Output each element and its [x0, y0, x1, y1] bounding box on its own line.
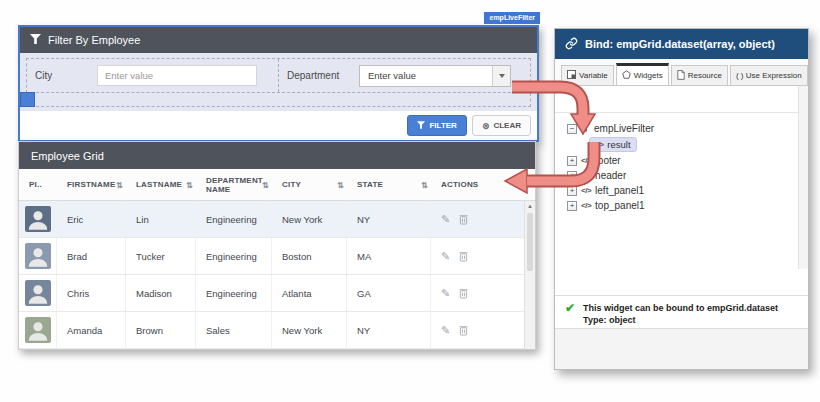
grid-title-bar: Employee Grid [19, 142, 535, 169]
grid-title: Employee Grid [31, 150, 104, 162]
cell-state: NY [347, 201, 431, 237]
tab-widgets[interactable]: Widgets [616, 63, 669, 85]
cell-lastname: Brown [126, 312, 196, 348]
avatar [25, 317, 51, 343]
col-state: STATE⇅ [347, 169, 431, 200]
city-input[interactable] [97, 65, 257, 86]
department-select[interactable]: Enter value [359, 65, 511, 87]
link-icon [565, 37, 578, 52]
filter-panel: Filter By Employee City Department Enter… [18, 25, 539, 142]
city-label: City [35, 70, 87, 81]
resource-icon [677, 70, 685, 82]
tree-node-result[interactable]: <> result [555, 136, 808, 153]
table-row[interactable]: Eric Lin Engineering New York NY ✎ [19, 201, 524, 238]
avatar [25, 206, 51, 232]
check-icon: ✔ [565, 302, 575, 329]
bind-info-line1: This widget can be bound to empGrid.data… [583, 302, 778, 314]
edit-icon[interactable]: ✎ [441, 324, 450, 337]
tree-node-footer[interactable]: + </> footer [555, 153, 808, 168]
col-lastname: LASTNAME⇅ [126, 169, 196, 200]
edit-icon[interactable]: ✎ [441, 213, 450, 226]
collapse-icon[interactable]: − [567, 124, 577, 134]
tab-resource[interactable]: Resource [671, 65, 728, 85]
edit-icon[interactable]: ✎ [441, 287, 450, 300]
tree-node-header[interactable]: + </> header [555, 168, 808, 183]
cell-state: NY [347, 312, 431, 348]
filter-funnel-icon [30, 34, 41, 46]
cell-city: New York [272, 201, 347, 237]
cell-department: Engineering [196, 238, 272, 274]
cell-state: GA [347, 275, 431, 311]
widget-name-badge: empLiveFilter [484, 12, 540, 24]
code-icon: </> [581, 201, 591, 210]
cell-department: Sales [196, 312, 272, 348]
filter-panel-header: Filter By Employee [20, 27, 537, 53]
bind-dialog-footer [555, 328, 808, 369]
tree-scrollbar[interactable] [798, 86, 808, 269]
drag-handle[interactable] [20, 92, 35, 107]
result-chip[interactable]: <> result [589, 137, 637, 152]
bind-info-message: ✔ This widget can be bound to empGrid.da… [555, 295, 808, 329]
cell-firstname: Eric [57, 201, 126, 237]
code-icon: <> [595, 140, 603, 149]
expand-icon[interactable]: + [567, 171, 577, 181]
filter-button[interactable]: FILTER [407, 115, 466, 136]
cell-lastname: Tucker [126, 238, 196, 274]
grid-column-header-row: PI.. FIRSTNAME⇅ LASTNAME⇅ DEPARTMENT NAM… [19, 169, 535, 201]
cell-lastname: Madison [126, 275, 196, 311]
clear-button-label: CLEAR [493, 121, 521, 130]
delete-icon[interactable] [459, 325, 468, 336]
cell-state: MA [347, 238, 431, 274]
filter-actions-bar: FILTER ⊗ CLEAR [20, 111, 537, 140]
expand-icon[interactable]: + [567, 201, 577, 211]
sort-icon[interactable]: ⇅ [421, 180, 428, 189]
department-field-group: Department Enter value [278, 59, 530, 92]
filter-button-label: FILTER [429, 121, 456, 130]
sort-icon[interactable]: ⇅ [116, 180, 123, 189]
col-firstname: FIRSTNAME⇅ [57, 169, 126, 200]
sort-icon[interactable]: ⇅ [186, 180, 193, 189]
code-icon: </> [581, 186, 591, 195]
code-icon: </> [581, 156, 591, 165]
tab-variable[interactable]: Variable [561, 65, 614, 85]
col-actions: ACTIONS [431, 169, 535, 200]
tree-node-emplivefilter[interactable]: − empLiveFilter [555, 121, 808, 136]
code-icon: </> [581, 171, 591, 180]
clear-button[interactable]: ⊗ CLEAR [472, 115, 531, 136]
tree-node-top-panel[interactable]: + </> top_panel1 [555, 198, 808, 213]
tab-use-expression[interactable]: ( ) Use Expression [730, 65, 808, 85]
table-row[interactable]: Chris Madison Engineering Atlanta GA ✎ [19, 275, 524, 312]
clear-icon: ⊗ [482, 121, 490, 131]
col-department: DEPARTMENT NAME⇅ [196, 169, 272, 200]
avatar [25, 280, 51, 306]
employee-grid-widget: Employee Grid PI.. FIRSTNAME⇅ LASTNAME⇅ … [18, 141, 536, 350]
chevron-down-icon [492, 66, 510, 86]
sort-icon[interactable]: ⇅ [337, 180, 344, 189]
filter-button-funnel-icon [417, 121, 425, 131]
result-label: result [607, 139, 630, 150]
department-label: Department [287, 70, 349, 81]
filter-form-row: City Department Enter value [26, 58, 531, 93]
cell-firstname: Brad [57, 238, 126, 274]
grid-body: Eric Lin Engineering New York NY ✎ Brad … [19, 201, 535, 349]
table-row[interactable]: Amanda Brown Sales New York NY ✎ [19, 312, 524, 349]
filter-form: City Department Enter value [20, 53, 537, 111]
bind-dialog-header: Bind: empGrid.dataset(array, object) [555, 29, 808, 59]
delete-icon[interactable] [459, 251, 468, 262]
sort-icon[interactable]: ⇅ [262, 180, 269, 189]
tree-node-label: footer [595, 155, 621, 166]
expand-icon[interactable]: + [567, 156, 577, 166]
filter-panel-title: Filter By Employee [48, 34, 140, 46]
edit-icon[interactable]: ✎ [441, 250, 450, 263]
scroll-up-icon[interactable]: ▲ [525, 201, 535, 212]
scrollbar-thumb[interactable] [527, 213, 533, 271]
tree-node-left-panel[interactable]: + </> left_panel1 [555, 183, 808, 198]
col-picture: PI.. [19, 169, 57, 200]
table-row[interactable]: Brad Tucker Engineering Boston MA ✎ [19, 238, 524, 275]
grid-scrollbar[interactable]: ▲ [524, 201, 535, 349]
delete-icon[interactable] [459, 214, 468, 225]
tree-toolbar [555, 86, 808, 113]
delete-icon[interactable] [459, 288, 468, 299]
expand-icon[interactable]: + [567, 186, 577, 196]
cell-city: New York [272, 312, 347, 348]
